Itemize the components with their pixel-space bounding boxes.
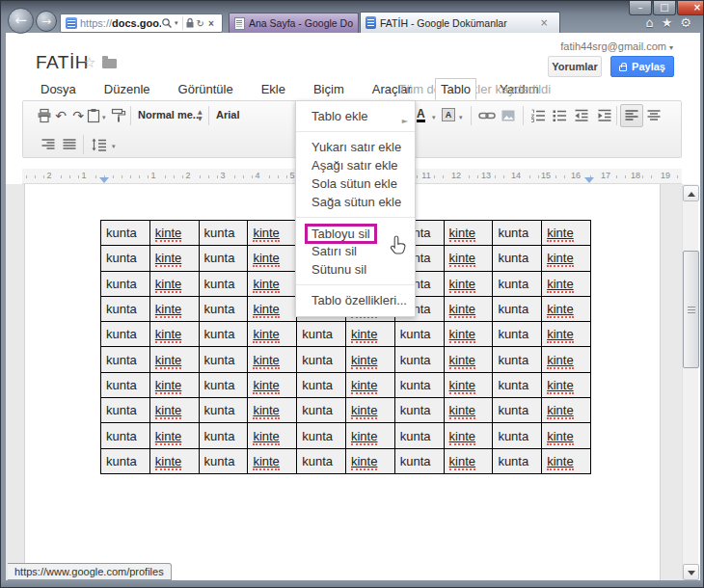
tab-fatih-active[interactable]: FATİH - Google Dokümanlar × — [360, 12, 560, 33]
table-cell[interactable]: kunta — [493, 322, 542, 347]
line-spacing-dropdown-icon[interactable]: ▾ — [112, 143, 116, 150]
table-cell[interactable]: kinte — [542, 296, 591, 321]
table-cell[interactable]: kunta — [493, 347, 542, 372]
table-cell[interactable]: kinte — [542, 423, 591, 448]
table-cell[interactable]: kinte — [444, 221, 493, 246]
align-center-icon[interactable] — [646, 108, 662, 123]
table-cell[interactable]: kinte — [345, 398, 394, 423]
table-cell[interactable]: kunta — [101, 322, 150, 347]
styles-spinner-icon[interactable]: ▲▼ — [198, 108, 203, 121]
table-cell[interactable]: kunta — [493, 221, 542, 246]
menu-item-a-a-sat-r-ekle[interactable]: Aşağı satır ekle — [296, 156, 415, 174]
highlight-dropdown-icon[interactable]: ▾ — [459, 114, 463, 121]
table-cell[interactable]: kinte — [444, 398, 493, 423]
table-cell[interactable]: kunta — [297, 322, 346, 347]
highlight-color-icon[interactable]: A — [442, 108, 455, 121]
table-cell[interactable]: kinte — [149, 448, 199, 473]
scroll-up-button[interactable] — [683, 185, 699, 201]
table-cell[interactable]: kunta — [493, 423, 542, 448]
align-right-icon[interactable] — [41, 137, 56, 152]
table-cell[interactable]: kinte — [444, 423, 493, 448]
table-cell[interactable]: kinte — [444, 448, 493, 473]
table-cell[interactable]: kinte — [149, 271, 199, 296]
table-cell[interactable]: kinte — [248, 398, 297, 423]
table-cell[interactable]: kunta — [199, 221, 248, 246]
table-cell[interactable]: kunta — [493, 398, 542, 423]
web-clipboard-icon[interactable] — [87, 108, 100, 123]
table-cell[interactable]: kinte — [444, 372, 493, 397]
menu-item-sola-s-tun-ekle[interactable]: Sola sütun ekle — [296, 174, 415, 193]
decrease-indent-icon[interactable] — [574, 108, 589, 123]
table-cell[interactable]: kunta — [101, 398, 150, 423]
redo-icon[interactable]: ↷ — [70, 108, 86, 123]
table-cell[interactable]: kinte — [444, 296, 493, 321]
table-cell[interactable]: kunta — [101, 221, 150, 246]
table-cell[interactable]: kunta — [394, 372, 444, 397]
table-cell[interactable]: kinte — [149, 372, 199, 397]
table-cell[interactable]: kinte — [345, 322, 394, 347]
table-cell[interactable]: kunta — [493, 372, 542, 397]
settings-gear-icon[interactable]: ⚙ — [680, 15, 691, 30]
table-cell[interactable]: kinte — [149, 398, 199, 423]
table-cell[interactable]: kinte — [149, 296, 199, 321]
paint-format-icon[interactable] — [111, 108, 126, 123]
table-cell[interactable]: kunta — [101, 448, 150, 473]
tab-close-icon[interactable]: × — [540, 17, 548, 28]
table-cell[interactable]: kunta — [199, 398, 248, 423]
table-cell[interactable]: kunta — [493, 246, 542, 271]
table-cell[interactable]: kinte — [542, 347, 591, 372]
table-cell[interactable]: kunta — [199, 296, 248, 321]
table-cell[interactable]: kunta — [493, 296, 542, 321]
menubar-item-görüntüle[interactable]: Görüntüle — [174, 79, 238, 99]
table-cell[interactable]: kinte — [542, 448, 591, 473]
table-cell[interactable]: kinte — [149, 423, 199, 448]
refresh-icon[interactable]: ↻ — [197, 18, 204, 29]
table-cell[interactable]: kinte — [542, 246, 591, 271]
table-cell[interactable]: kinte — [149, 347, 199, 372]
comments-button[interactable]: Yorumlar — [548, 56, 602, 77]
table-cell[interactable]: kinte — [444, 271, 493, 296]
menu-item-sa-a-s-tun-ekle[interactable]: Sağa sütun ekle — [296, 193, 415, 211]
table-cell[interactable]: kunta — [101, 372, 150, 397]
table-cell[interactable]: kinte — [248, 448, 297, 473]
table-cell[interactable]: kunta — [297, 448, 346, 473]
table-cell[interactable]: kunta — [394, 347, 444, 372]
table-cell[interactable]: kunta — [394, 322, 444, 347]
table-cell[interactable]: kinte — [248, 296, 297, 321]
back-button[interactable]: ← — [8, 8, 34, 34]
table-cell[interactable]: kinte — [542, 271, 591, 296]
table-cell[interactable]: kunta — [394, 448, 444, 473]
table-cell[interactable]: kunta — [199, 372, 248, 397]
table-cell[interactable]: kinte — [444, 347, 493, 372]
minimize-button[interactable]: – — [629, 1, 652, 15]
table-cell[interactable]: kunta — [101, 347, 150, 372]
table-cell[interactable]: kunta — [493, 448, 542, 473]
undo-icon[interactable]: ↶ — [53, 108, 68, 123]
menu-item-tablo-zellikleri-[interactable]: Tablo özellikleri... — [296, 291, 415, 309]
table-cell[interactable]: kunta — [199, 423, 248, 448]
numbered-list-icon[interactable] — [530, 108, 546, 123]
font-dropdown[interactable]: Arial — [216, 109, 239, 120]
table-cell[interactable]: kinte — [248, 347, 297, 372]
menubar-item-tablo[interactable]: Tablo — [435, 78, 476, 100]
search-icon[interactable] — [161, 17, 173, 29]
table-cell[interactable]: kinte — [248, 372, 297, 397]
star-document-icon[interactable]: ☆ — [83, 54, 95, 71]
scrollbar-thumb[interactable] — [683, 251, 699, 368]
favorites-star-icon[interactable]: ★ — [662, 15, 673, 30]
table-cell[interactable]: kunta — [297, 398, 346, 423]
table-cell[interactable]: kinte — [542, 398, 591, 423]
table-cell[interactable]: kinte — [345, 448, 394, 473]
table-cell[interactable]: kunta — [199, 322, 248, 347]
ruler-indent-marker[interactable] — [584, 177, 594, 183]
table-cell[interactable]: kunta — [101, 271, 150, 296]
url-text[interactable]: https://docs.goo... — [80, 17, 161, 29]
increase-indent-icon[interactable] — [597, 108, 612, 123]
table-cell[interactable]: kunta — [199, 347, 248, 372]
print-icon[interactable] — [37, 108, 52, 123]
table-cell[interactable]: kunta — [199, 246, 248, 271]
table-cell[interactable]: kinte — [444, 322, 493, 347]
table-cell[interactable]: kinte — [542, 372, 591, 397]
maximize-button[interactable]: □ — [653, 1, 676, 15]
menubar-item-dosya[interactable]: Dosya — [36, 79, 81, 99]
